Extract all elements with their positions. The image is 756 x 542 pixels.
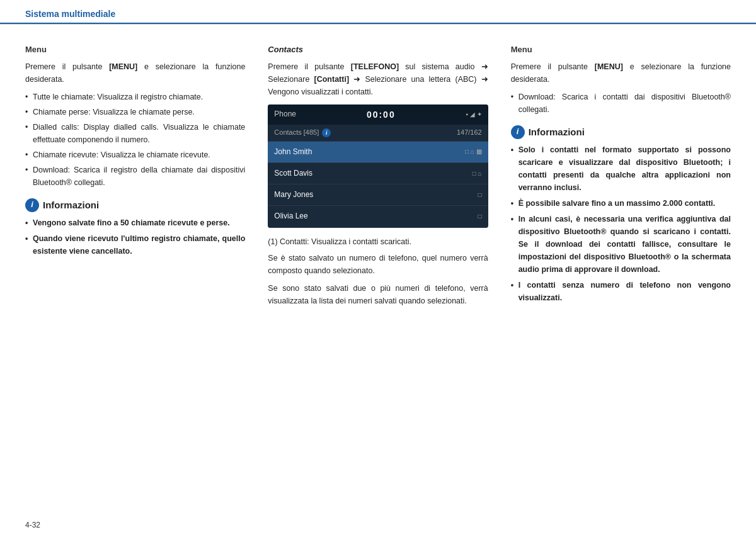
col2-intro-bold2: [Contatti] bbox=[314, 75, 350, 84]
contacts-label: Contacts [485] bbox=[274, 127, 319, 138]
list-item: Dialled calls: Display dialled calls. Vi… bbox=[25, 121, 245, 146]
contacts-info: Contacts [485] i bbox=[274, 127, 331, 138]
phone-row-mary-jones[interactable]: Mary Jones □ bbox=[268, 184, 488, 206]
col2-body2: Se sono stato salvati due o più numeri d… bbox=[268, 282, 488, 307]
info-box-title-col1: Informazioni bbox=[43, 198, 99, 213]
phone-row-john-smith[interactable]: John Smith □ ⌂ ▦ bbox=[268, 142, 488, 163]
col3-bullet-list: Download: Scarica i contatti dai disposi… bbox=[511, 91, 731, 116]
phone-top-bar: Phone 00:00 ▪ ◢ ✦ bbox=[268, 104, 488, 125]
info-icon-col1: i bbox=[25, 198, 39, 212]
info-box-title-col3: Informazioni bbox=[529, 125, 585, 140]
phone-label: Phone bbox=[274, 108, 296, 120]
contacts-info-icon: i bbox=[322, 128, 331, 137]
phone-icons: ▪ ◢ ✦ bbox=[466, 110, 482, 120]
list-item: Vengono salvate fino a 50 chiamate ricev… bbox=[25, 217, 245, 229]
list-item: Quando viene ricevuto l'ultimo registro … bbox=[25, 232, 245, 257]
list-item: Chiamate perse: Visualizza le chiamate p… bbox=[25, 106, 245, 118]
col2-footnote: (1) Contatti: Visualizza i contatti scar… bbox=[268, 235, 488, 248]
list-item: Chiamate ricevute: Visualizza le chiamat… bbox=[25, 149, 245, 161]
phone-time: 00:00 bbox=[367, 108, 396, 121]
contact-icons: □ bbox=[478, 190, 482, 200]
main-content: Menu Premere il pulsante [MENU] e selezi… bbox=[0, 25, 756, 325]
contact-name: Olivia Lee bbox=[274, 210, 307, 222]
col1-bullet-list: Tutte le chiamate: Visualizza il registr… bbox=[25, 91, 245, 189]
phone-row-olivia-lee[interactable]: Olivia Lee □ bbox=[268, 206, 488, 227]
contacts-count: 147/162 bbox=[457, 127, 482, 138]
list-item: È possibile salvare fino a un massimo 2.… bbox=[511, 197, 731, 210]
col2-intro-bold1: [TELEFONO] bbox=[351, 62, 399, 71]
contact-name: John Smith bbox=[274, 146, 312, 158]
list-item: I contatti senza numero di telefono non … bbox=[511, 279, 731, 304]
header-title: Sistema multimediale bbox=[25, 9, 115, 23]
info-box-col1: i Informazioni Vengono salvate fino a 50… bbox=[25, 198, 245, 257]
info-box-header-col1: i Informazioni bbox=[25, 198, 245, 213]
contact-icons: □ ⌂ ▦ bbox=[465, 147, 482, 157]
list-item: Download: Scarica il registro della chia… bbox=[25, 164, 245, 189]
col2-heading: Contacts bbox=[268, 43, 488, 57]
info-bullets-col3: Solo i contatti nel formato supportato s… bbox=[511, 144, 731, 304]
col1-intro-bold: [MENU] bbox=[109, 62, 137, 71]
list-item: In alcuni casi, è necessaria una verific… bbox=[511, 213, 731, 276]
col1-intro: Premere il pulsante [MENU] e selezionare… bbox=[25, 60, 245, 86]
phone-screen: Phone 00:00 ▪ ◢ ✦ Contacts [485] i 147/1… bbox=[268, 104, 488, 228]
col2-body1: Se è stato salvato un numero di telefono… bbox=[268, 252, 488, 277]
col3-intro: Premere il pulsante [MENU] e selezionare… bbox=[511, 60, 731, 86]
info-box-header-col3: i Informazioni bbox=[511, 125, 731, 140]
info-box-col3: i Informazioni Solo i contatti nel forma… bbox=[511, 125, 731, 304]
phone-contacts-bar: Contacts [485] i 147/162 bbox=[268, 125, 488, 142]
contact-icons: □ ⌂ bbox=[472, 169, 482, 179]
col-menu-left: Menu Premere il pulsante [MENU] e selezi… bbox=[25, 43, 256, 312]
col-menu-right: Menu Premere il pulsante [MENU] e selezi… bbox=[500, 43, 731, 312]
info-icon-col3: i bbox=[511, 125, 525, 139]
page-header: Sistema multimediale bbox=[0, 0, 756, 24]
col-contacts: Contacts Premere il pulsante [TELEFONO] … bbox=[256, 43, 499, 312]
list-item: Download: Scarica i contatti dai disposi… bbox=[511, 91, 731, 116]
contact-name: Mary Jones bbox=[274, 189, 313, 201]
col3-intro-bold: [MENU] bbox=[595, 62, 623, 71]
list-item: Tutte le chiamate: Visualizza il registr… bbox=[25, 91, 245, 103]
col3-heading: Menu bbox=[511, 43, 731, 57]
col2-intro: Premere il pulsante [TELEFONO] sul siste… bbox=[268, 60, 488, 98]
info-bullets-col1: Vengono salvate fino a 50 chiamate ricev… bbox=[25, 217, 245, 257]
page-number: 4-32 bbox=[25, 521, 40, 529]
contact-name: Scott Davis bbox=[274, 167, 312, 179]
phone-row-scott-davis[interactable]: Scott Davis □ ⌂ bbox=[268, 163, 488, 184]
contact-icons: □ bbox=[478, 212, 482, 222]
list-item: Solo i contatti nel formato supportato s… bbox=[511, 144, 731, 194]
col1-heading: Menu bbox=[25, 43, 245, 57]
